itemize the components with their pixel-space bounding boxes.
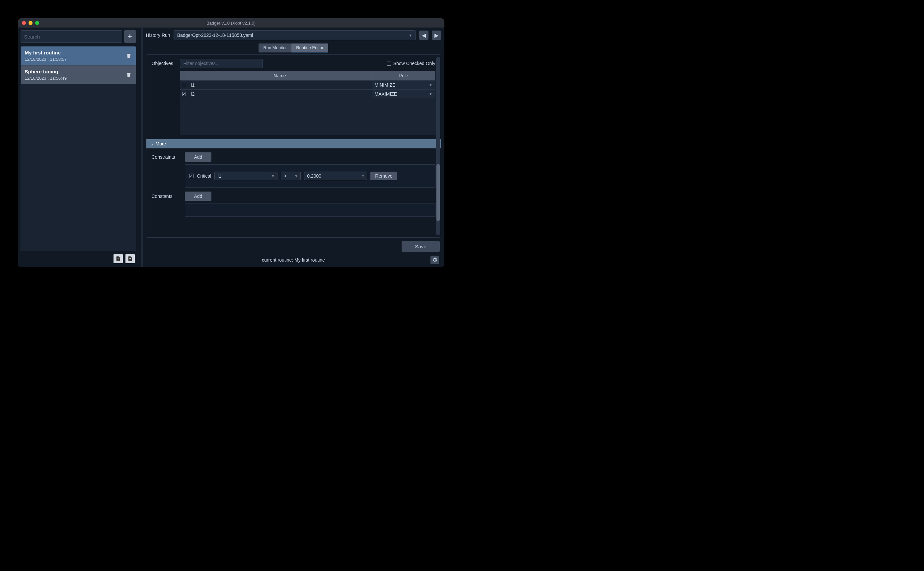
routine-name: Sphere tuning bbox=[25, 69, 67, 74]
chevron-down-icon: ▼ bbox=[409, 34, 412, 37]
chevron-down-icon: ⌄ bbox=[150, 141, 154, 147]
settings-button[interactable] bbox=[430, 256, 439, 264]
filter-objectives-input[interactable] bbox=[180, 59, 263, 68]
history-run-value: BadgerOpt-2023-12-18-115858.yaml bbox=[177, 32, 253, 38]
objective-rule-select[interactable]: MAXIMIZE ▼ bbox=[372, 90, 435, 98]
table-row: I1 MINIMIZE ▼ bbox=[180, 80, 435, 89]
name-column-header: Name bbox=[188, 71, 372, 80]
show-checked-only-label[interactable]: Show Checked Only bbox=[387, 61, 436, 66]
window-title: Badger v1.0 (Xopt v2.1.0) bbox=[206, 21, 256, 26]
import-button[interactable] bbox=[125, 254, 135, 263]
footer-row: Save bbox=[146, 238, 441, 255]
rule-column-header: Rule bbox=[372, 71, 435, 80]
prev-run-button[interactable]: ◀ bbox=[419, 31, 428, 40]
table-header: Name Rule bbox=[180, 71, 435, 80]
constraint-value-input[interactable]: 0.2000 ▲▼ bbox=[304, 171, 367, 180]
scrollbar-vertical[interactable] bbox=[436, 57, 440, 235]
routine-date: 12/18/2023 , 11:58:57 bbox=[25, 57, 67, 62]
file-export-icon bbox=[116, 256, 121, 261]
critical-label: Critical bbox=[197, 173, 211, 179]
constants-section: Constants Add bbox=[152, 191, 436, 217]
export-button[interactable] bbox=[114, 254, 123, 263]
chevron-down-icon: ▼ bbox=[294, 174, 298, 178]
gear-icon bbox=[432, 257, 437, 262]
add-constant-button[interactable]: Add bbox=[185, 191, 212, 201]
add-constraint-button[interactable]: Add bbox=[185, 152, 212, 162]
chevron-down-icon: ▼ bbox=[429, 92, 433, 96]
routine-name: My first routine bbox=[25, 50, 67, 56]
chevron-down-icon: ▼ bbox=[429, 83, 433, 87]
checkbox-column-header bbox=[180, 71, 188, 80]
sidebar-footer bbox=[21, 251, 136, 265]
constraint-op-select[interactable]: > ▼ bbox=[281, 171, 301, 180]
maximize-window-button[interactable] bbox=[35, 21, 39, 25]
spinner-buttons[interactable]: ▲▼ bbox=[362, 174, 364, 178]
routine-list: My first routine 12/18/2023 , 11:58:57 S… bbox=[21, 46, 136, 251]
history-run-select[interactable]: BadgerOpt-2023-12-18-115858.yaml ▼ bbox=[174, 30, 416, 40]
chevron-left-icon: ◀ bbox=[422, 32, 426, 39]
tab-run-monitor[interactable]: Run Monitor bbox=[259, 43, 291, 52]
remove-constraint-button[interactable]: Remove bbox=[370, 171, 397, 180]
main-pane: History Run BadgerOpt-2023-12-18-115858.… bbox=[143, 28, 444, 267]
trash-icon[interactable] bbox=[126, 53, 132, 59]
constraints-label: Constraints bbox=[152, 152, 178, 160]
status-bar: current routine: My first routine bbox=[146, 255, 441, 265]
table-row: I2 MAXIMIZE ▼ bbox=[180, 89, 435, 98]
app-body: + My first routine 12/18/2023 , 11:58:57… bbox=[18, 28, 444, 267]
history-run-label: History Run bbox=[146, 32, 170, 38]
constraint-var-select[interactable]: I1 ▼ bbox=[214, 171, 277, 180]
objective-checkbox[interactable] bbox=[183, 83, 185, 87]
save-button[interactable]: Save bbox=[402, 241, 439, 252]
search-input[interactable] bbox=[21, 30, 122, 43]
file-import-icon bbox=[128, 256, 133, 261]
routine-date: 12/18/2023 , 11:56:49 bbox=[25, 76, 67, 81]
routine-item[interactable]: Sphere tuning 12/18/2023 , 11:56:49 bbox=[21, 65, 136, 84]
objective-name[interactable]: I1 bbox=[188, 81, 372, 89]
minimize-window-button[interactable] bbox=[29, 21, 32, 25]
routine-item[interactable]: My first routine 12/18/2023 , 11:58:57 bbox=[21, 46, 136, 65]
objective-name[interactable]: I2 bbox=[188, 90, 372, 98]
sidebar: + My first routine 12/18/2023 , 11:58:57… bbox=[18, 28, 141, 267]
chevron-down-icon: ▼ bbox=[271, 174, 274, 178]
close-window-button[interactable] bbox=[22, 21, 26, 25]
objectives-section: Objectives Show Checked Only bbox=[152, 59, 436, 135]
add-routine-button[interactable]: + bbox=[124, 30, 136, 43]
more-label: More bbox=[156, 141, 166, 147]
objective-rule-select[interactable]: MINIMIZE ▼ bbox=[372, 81, 435, 89]
plus-icon: + bbox=[128, 32, 132, 41]
editor-content: Objectives Show Checked Only bbox=[146, 54, 441, 238]
constants-box bbox=[185, 204, 436, 217]
window-controls bbox=[22, 21, 39, 25]
scrollbar-thumb[interactable] bbox=[436, 164, 440, 221]
objectives-table: Name Rule I1 MINIMIZE ▼ bbox=[180, 71, 436, 135]
trash-icon[interactable] bbox=[126, 72, 132, 78]
constants-label: Constants bbox=[152, 191, 178, 199]
app-window: Badger v1.0 (Xopt v2.1.0) + My first rou… bbox=[18, 18, 444, 267]
objective-checkbox[interactable] bbox=[182, 92, 186, 96]
search-row: + bbox=[21, 30, 136, 43]
chevron-right-icon: ▶ bbox=[434, 32, 439, 39]
status-text: current routine: My first routine bbox=[262, 257, 325, 262]
constraint-row: Critical I1 ▼ > ▼ 0.2000 ▲▼ bbox=[185, 164, 436, 188]
constraints-section: Constraints Add Critical I1 ▼ > bbox=[152, 152, 436, 188]
show-checked-only-checkbox[interactable] bbox=[387, 61, 391, 66]
more-section-header[interactable]: ⌄ More bbox=[146, 139, 441, 148]
tab-bar: Run Monitor Routine Editor bbox=[146, 43, 441, 52]
history-row: History Run BadgerOpt-2023-12-18-115858.… bbox=[146, 30, 441, 40]
tab-routine-editor[interactable]: Routine Editor bbox=[291, 43, 328, 52]
critical-checkbox[interactable] bbox=[189, 174, 194, 178]
titlebar: Badger v1.0 (Xopt v2.1.0) bbox=[18, 18, 444, 28]
next-run-button[interactable]: ▶ bbox=[432, 31, 441, 40]
objectives-label: Objectives bbox=[152, 59, 173, 66]
